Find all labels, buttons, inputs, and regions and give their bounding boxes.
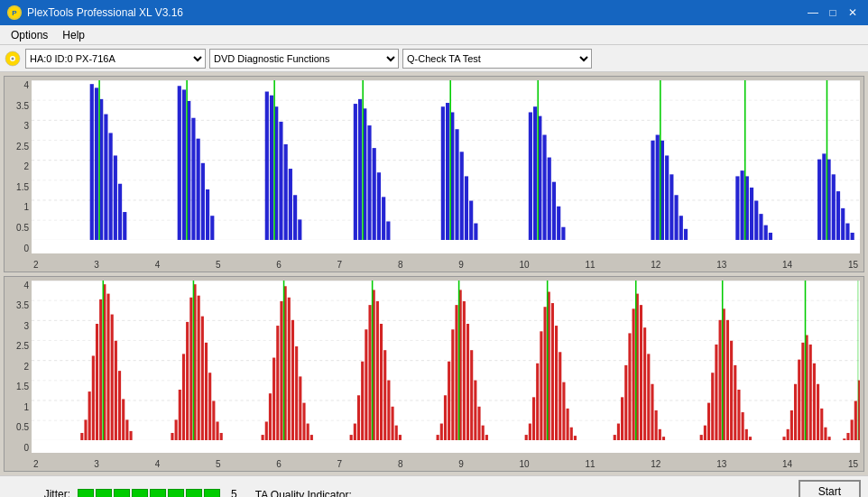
svg-rect-128 — [205, 342, 208, 439]
svg-rect-187 — [555, 326, 558, 440]
close-button[interactable]: ✕ — [845, 5, 861, 21]
svg-rect-197 — [624, 364, 627, 439]
minimize-button[interactable]: — — [805, 5, 821, 21]
svg-rect-232 — [813, 363, 816, 440]
svg-rect-164 — [437, 435, 439, 440]
svg-rect-192 — [574, 436, 577, 440]
svg-rect-124 — [189, 297, 192, 440]
svg-rect-145 — [302, 402, 305, 440]
svg-rect-172 — [466, 323, 469, 439]
svg-rect-92 — [845, 224, 849, 241]
bottom-chart-x-axis: 2 3 4 5 6 7 8 9 10 11 12 13 14 15 — [32, 459, 860, 469]
svg-rect-57 — [474, 224, 477, 241]
svg-rect-41 — [354, 104, 357, 240]
svg-rect-24 — [182, 89, 186, 240]
svg-rect-18 — [109, 133, 113, 240]
app-icon: P — [7, 5, 22, 20]
svg-rect-180 — [529, 423, 531, 440]
svg-rect-134 — [262, 435, 264, 440]
svg-rect-37 — [289, 169, 292, 240]
svg-rect-211 — [707, 402, 710, 440]
svg-rect-177 — [485, 435, 488, 440]
svg-rect-42 — [358, 99, 362, 240]
svg-rect-60 — [533, 106, 537, 240]
drive-icon — [4, 50, 22, 68]
svg-rect-225 — [787, 428, 790, 440]
menu-help[interactable]: Help — [55, 27, 92, 43]
svg-rect-55 — [465, 176, 468, 240]
svg-rect-159 — [387, 380, 390, 440]
start-button[interactable]: Start — [799, 480, 861, 498]
svg-rect-166 — [444, 395, 447, 440]
jitter-label: Jitter: — [7, 488, 70, 498]
menu-options[interactable]: Options — [4, 27, 55, 43]
svg-rect-46 — [377, 172, 381, 240]
svg-rect-198 — [628, 333, 631, 440]
test-select[interactable]: Q-Check TA Test — [402, 49, 592, 69]
bottom-right-controls: Start i — [799, 480, 861, 498]
svg-rect-142 — [291, 319, 294, 440]
svg-rect-139 — [280, 300, 282, 439]
svg-rect-64 — [552, 182, 556, 241]
svg-rect-199 — [633, 308, 635, 440]
svg-rect-173 — [470, 350, 473, 440]
svg-rect-195 — [617, 423, 620, 440]
jitter-bar-7 — [186, 489, 202, 498]
svg-rect-224 — [782, 437, 785, 440]
svg-rect-45 — [373, 148, 376, 240]
svg-rect-213 — [715, 344, 717, 439]
svg-rect-51 — [446, 103, 449, 240]
jitter-bar-2 — [96, 489, 112, 498]
svg-rect-167 — [448, 361, 450, 440]
bottom-chart-svg — [32, 281, 860, 440]
jitter-bar-1 — [78, 489, 94, 498]
menubar: Options Help — [0, 25, 868, 45]
svg-rect-206 — [659, 428, 661, 440]
svg-rect-127 — [201, 316, 204, 440]
svg-rect-144 — [299, 376, 301, 440]
svg-rect-69 — [656, 135, 660, 241]
svg-rect-44 — [367, 125, 371, 240]
drive-select[interactable]: HA:0 ID:0 PX-716A — [25, 49, 206, 69]
bottom-chart-inner — [32, 281, 860, 454]
svg-rect-38 — [293, 195, 297, 240]
svg-rect-136 — [269, 393, 272, 440]
function-select[interactable]: DVD Diagnostic Functions — [209, 49, 399, 69]
svg-rect-217 — [730, 340, 733, 440]
svg-rect-53 — [455, 129, 458, 240]
maximize-button[interactable]: □ — [825, 5, 841, 21]
top-chart-y-axis: 4 3.5 3 2.5 2 1.5 1 0.5 0 — [5, 80, 32, 253]
svg-rect-238 — [843, 438, 845, 440]
svg-rect-39 — [298, 219, 301, 240]
svg-rect-63 — [548, 158, 551, 241]
svg-rect-226 — [790, 410, 793, 439]
svg-rect-154 — [368, 305, 371, 440]
svg-rect-239 — [846, 432, 849, 439]
svg-rect-74 — [679, 216, 683, 240]
top-chart-inner — [32, 80, 860, 253]
svg-rect-72 — [669, 174, 673, 240]
svg-rect-132 — [220, 432, 223, 439]
svg-rect-219 — [737, 390, 740, 440]
svg-rect-242 — [858, 380, 860, 440]
svg-rect-191 — [570, 427, 573, 440]
svg-rect-75 — [684, 229, 688, 241]
svg-rect-113 — [115, 340, 117, 440]
svg-rect-123 — [186, 321, 189, 439]
svg-rect-153 — [365, 329, 367, 440]
svg-rect-27 — [197, 139, 200, 241]
svg-rect-121 — [179, 390, 181, 440]
jitter-bar-8 — [204, 489, 220, 498]
svg-rect-181 — [532, 397, 535, 440]
svg-rect-146 — [307, 423, 309, 440]
svg-rect-158 — [383, 350, 386, 440]
svg-rect-77 — [735, 176, 739, 240]
titlebar-controls: — □ ✕ — [805, 5, 861, 21]
svg-rect-194 — [614, 435, 616, 440]
svg-rect-29 — [206, 189, 209, 240]
svg-rect-171 — [463, 300, 466, 439]
svg-rect-174 — [474, 380, 476, 440]
svg-rect-204 — [651, 383, 653, 440]
svg-rect-137 — [272, 357, 275, 440]
svg-rect-87 — [822, 153, 826, 240]
